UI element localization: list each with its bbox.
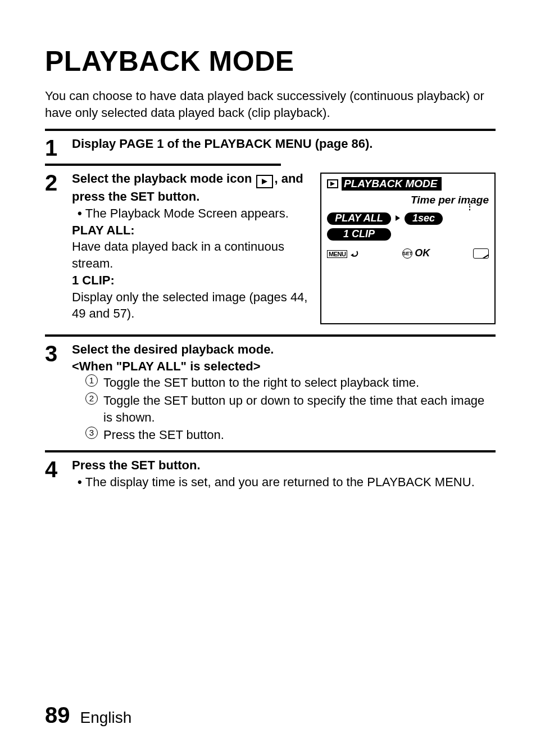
step-4-bullet: The display time is set, and you are ret… [72, 474, 496, 491]
svg-marker-2 [396, 215, 400, 221]
return-icon [350, 250, 359, 257]
blank-box-icon [473, 248, 489, 259]
step-2-lead-a: Select the playback mode icon [72, 171, 255, 185]
osd-play-all-row: PLAY ALL 1sec [327, 212, 489, 225]
step-3: 3 Select the desired playback mode. <Whe… [45, 341, 496, 445]
step-4-number: 4 [45, 457, 72, 490]
step-2-number: 2 [45, 170, 72, 322]
osd-one-clip-pill: 1 CLIP [327, 228, 391, 241]
step-3-item-2: 2Toggle the SET button up or down to spe… [85, 392, 496, 425]
step-3-item-1-text: Toggle the SET button to the right to se… [103, 374, 496, 391]
osd-time-per-image-label: Time per image [327, 194, 489, 206]
page-number: 89 [45, 703, 70, 728]
circled-3-icon: 3 [85, 427, 98, 439]
separator [45, 334, 496, 337]
step-3-sub: <When "PLAY ALL" is selected> [72, 358, 496, 375]
step-2: 2 Select the playback mode icon , and pr… [45, 170, 311, 322]
intro-text: You can choose to have data played back … [45, 88, 496, 121]
step-1-text: Display PAGE 1 of the PLAYBACK MENU (pag… [72, 137, 373, 151]
osd-panel: PLAYBACK MODE Time per image ⋮ PLAY ALL … [320, 173, 496, 324]
circled-1-icon: 1 [85, 374, 98, 387]
osd-time-value-pill: 1sec [405, 212, 443, 225]
osd-one-clip-row: 1 CLIP [327, 228, 489, 241]
separator-short [45, 164, 281, 166]
play-all-label: PLAY ALL: [72, 222, 311, 239]
step-4-lead: Press the SET button. [72, 457, 496, 474]
menu-badge: MENU [327, 250, 347, 258]
page-title: PLAYBACK MODE [45, 45, 496, 78]
osd-play-all-pill: PLAY ALL [327, 212, 391, 225]
svg-marker-0 [262, 179, 267, 184]
separator [45, 129, 496, 131]
osd-title-text: PLAYBACK MODE [342, 177, 442, 191]
page-footer: 89 English [45, 703, 131, 728]
step-3-item-1: 1Toggle the SET button to the right to s… [85, 374, 496, 391]
step-3-item-3: 3Press the SET button. [85, 427, 496, 443]
page-language: English [80, 709, 132, 727]
step-2-bullet: The Playback Mode Screen appears. [72, 205, 311, 222]
step-4: 4 Press the SET button. The display time… [45, 457, 496, 490]
step-3-list: 1Toggle the SET button to the right to s… [72, 374, 496, 443]
separator [45, 450, 496, 452]
play-icon [327, 179, 338, 188]
right-arrow-icon [394, 214, 401, 224]
osd-title-row: PLAYBACK MODE [327, 177, 489, 191]
svg-marker-3 [351, 253, 353, 257]
osd-set-ok-group: SET OK [402, 247, 430, 259]
one-clip-label: 1 CLIP: [72, 272, 311, 289]
play-all-text: Have data played back in a continuous st… [72, 238, 311, 271]
osd-bottom-row: MENU SET OK [327, 247, 489, 259]
osd-menu-group: MENU [327, 247, 359, 259]
svg-marker-1 [330, 182, 335, 186]
set-icon: SET [402, 248, 412, 259]
step-1: 1 Display PAGE 1 of the PLAYBACK MENU (p… [45, 135, 496, 159]
one-clip-text: Display only the selected image (pages 4… [72, 289, 311, 322]
step-3-item-3-text: Press the SET button. [103, 427, 496, 443]
step-3-item-2-text: Toggle the SET button up or down to spec… [103, 392, 496, 425]
circled-2-icon: 2 [85, 392, 98, 405]
step-3-lead: Select the desired playback mode. [72, 341, 496, 358]
osd-ok-label: OK [415, 247, 430, 259]
step-3-number: 3 [45, 341, 72, 445]
play-icon [256, 175, 273, 188]
step-1-number: 1 [45, 135, 72, 159]
